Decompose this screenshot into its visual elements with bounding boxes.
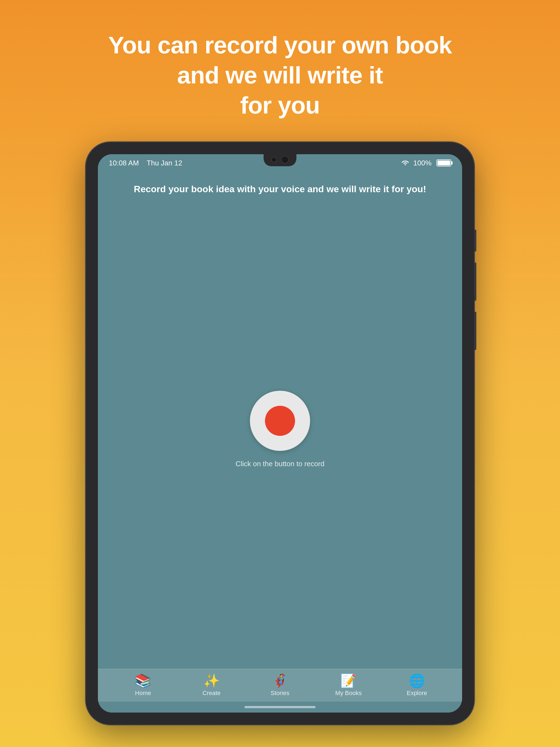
main-headline: You can record your own book and we will… xyxy=(75,30,485,120)
tab-home[interactable]: 📚 Home xyxy=(121,674,165,697)
tab-bar: 📚 Home ✨ Create 🦸 Stories 📝 My Books 🌐 xyxy=(98,669,462,702)
status-time: 10:08 AM xyxy=(109,159,139,167)
ipad-screen: 10:08 AM Thu Jan 12 xyxy=(98,154,462,713)
status-indicators: 100% xyxy=(401,159,452,168)
home-tab-icon: 📚 xyxy=(135,674,151,687)
tab-create[interactable]: ✨ Create xyxy=(190,674,233,697)
stories-tab-icon: 🦸 xyxy=(272,674,288,687)
home-indicator xyxy=(98,702,462,713)
status-date: Thu Jan 12 xyxy=(147,159,182,167)
wifi-icon xyxy=(401,159,410,167)
tab-my-books[interactable]: 📝 My Books xyxy=(327,674,370,697)
ipad-frame: 10:08 AM Thu Jan 12 xyxy=(86,142,474,725)
status-bar: 10:08 AM Thu Jan 12 xyxy=(98,154,462,172)
camera-notch xyxy=(263,154,297,166)
my-books-tab-icon: 📝 xyxy=(340,674,357,687)
stories-tab-label: Stories xyxy=(271,690,289,697)
my-books-tab-label: My Books xyxy=(335,690,362,697)
volume-up-button xyxy=(474,262,476,301)
home-bar xyxy=(245,706,315,708)
battery-percent: 100% xyxy=(413,159,432,168)
record-button[interactable] xyxy=(250,391,310,451)
create-tab-label: Create xyxy=(203,690,221,697)
battery-icon xyxy=(436,159,451,166)
status-time-date: 10:08 AM Thu Jan 12 xyxy=(109,159,182,168)
power-button xyxy=(474,230,476,252)
tab-stories[interactable]: 🦸 Stories xyxy=(258,674,302,697)
record-dot-icon xyxy=(265,406,295,436)
record-hint-text: Click on the button to record xyxy=(235,460,324,468)
tab-explore[interactable]: 🌐 Explore xyxy=(395,674,439,697)
app-subtitle: Record your book idea with your voice an… xyxy=(134,183,426,196)
front-camera xyxy=(281,156,289,163)
explore-tab-label: Explore xyxy=(407,690,427,697)
home-tab-label: Home xyxy=(135,690,151,697)
app-content: Record your book idea with your voice an… xyxy=(98,172,462,669)
explore-tab-icon: 🌐 xyxy=(409,674,425,687)
record-area: Click on the button to record xyxy=(235,212,324,647)
microphone-dot xyxy=(271,157,277,162)
create-tab-icon: ✨ xyxy=(203,674,220,687)
volume-down-button xyxy=(474,312,476,350)
ipad-device: 10:08 AM Thu Jan 12 xyxy=(86,142,474,725)
